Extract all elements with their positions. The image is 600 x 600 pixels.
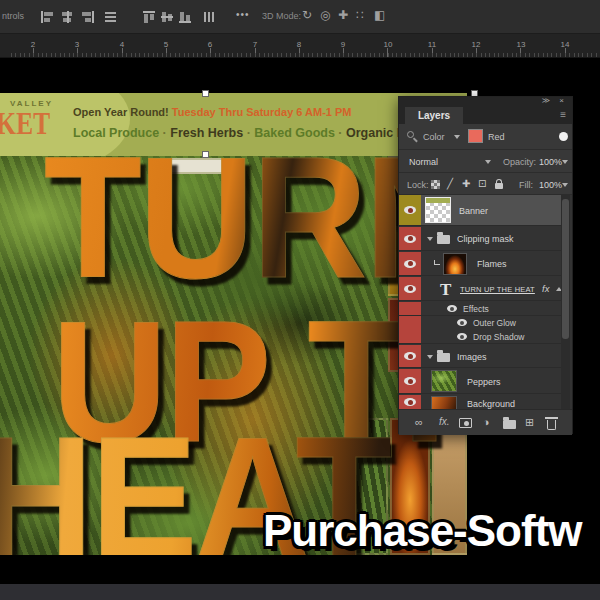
new-layer-icon[interactable]: ⊞ — [525, 416, 534, 429]
panel-menu-icon[interactable]: ≡ — [560, 109, 566, 120]
align-bottom-icon[interactable] — [179, 11, 192, 23]
layer-name[interactable]: Banner — [459, 206, 488, 216]
photoshop-window: ntrols ••• 3D Mode: ↻ ◎ ✚ ∷ ◧ 2 3 4 5 6 … — [0, 0, 600, 600]
effect-row-outer-glow[interactable]: Outer Glow — [399, 316, 562, 330]
align-horizontal-center-icon[interactable] — [61, 11, 74, 23]
layer-style-icon[interactable]: fx. — [439, 416, 450, 427]
ruler-tick: 8 — [297, 40, 301, 49]
layer-name[interactable]: Flames — [477, 259, 507, 269]
3d-roll-icon[interactable]: ◎ — [320, 8, 330, 22]
layer-row-text[interactable]: T TURN UP THE HEAT fx — [399, 277, 562, 301]
layer-name[interactable]: Peppers — [467, 377, 501, 387]
lock-artboard-icon[interactable]: ⊡ — [478, 178, 486, 189]
eye-icon[interactable] — [404, 260, 416, 268]
close-panel-icon[interactable]: × — [559, 96, 564, 105]
filter-toggle[interactable] — [559, 132, 568, 141]
chevron-down-icon[interactable] — [427, 237, 433, 241]
eye-icon[interactable] — [404, 235, 416, 243]
visibility-strip — [399, 252, 421, 275]
effect-label: Outer Glow — [473, 318, 516, 328]
ruler-tick: 12 — [472, 40, 481, 49]
fill-value[interactable]: 100% — [539, 180, 562, 190]
align-right-icon[interactable] — [81, 11, 94, 23]
effects-header-row[interactable]: Effects — [399, 302, 562, 316]
eye-icon[interactable] — [404, 377, 416, 385]
text-layer-icon: T — [440, 280, 451, 300]
layer-filter-row: Color Red — [399, 124, 572, 150]
3d-orbit-icon[interactable]: ↻ — [302, 8, 312, 22]
align-top-icon[interactable] — [143, 11, 156, 23]
opacity-value[interactable]: 100% — [539, 157, 562, 167]
layer-row-clipping-mask[interactable]: Clipping mask — [399, 227, 562, 251]
open-year-round-text: Open Year Round! — [73, 106, 169, 118]
more-align-options-icon[interactable]: ••• — [236, 9, 250, 20]
new-group-icon[interactable] — [503, 420, 516, 429]
effect-row-drop-shadow[interactable]: Drop Shadow — [399, 330, 562, 344]
document-canvas[interactable]: VALLEY KET Open Year Round! Tuesday Thru… — [0, 93, 467, 555]
fx-badge[interactable]: fx — [542, 283, 549, 294]
layer-thumbnail[interactable] — [431, 370, 457, 392]
filter-kind-dropdown[interactable]: Color — [423, 132, 445, 142]
eye-icon[interactable] — [404, 352, 416, 360]
folder-icon — [437, 353, 450, 362]
peppers-photo-collage: TURN UP THE HEAT — [0, 156, 467, 555]
panel-scrollbar[interactable] — [561, 195, 570, 409]
eye-icon[interactable] — [404, 398, 416, 406]
lock-paint-icon[interactable]: ╱ — [447, 178, 453, 189]
layer-name[interactable]: Background — [467, 399, 515, 409]
3d-camera-icon[interactable]: ◧ — [374, 8, 385, 22]
layer-name[interactable]: Images — [457, 352, 487, 362]
fill-label: Fill: — [519, 180, 533, 190]
add-mask-icon[interactable] — [459, 418, 472, 428]
collapse-panel-icon[interactable]: ≫ — [542, 96, 550, 105]
layers-list: Banner Clipping mask Flames T TURN UP TH… — [399, 195, 572, 409]
horizontal-ruler[interactable]: 2 3 4 5 6 7 8 9 10 11 12 13 14 — [0, 34, 600, 58]
adjustment-layer-icon[interactable]: ◑ — [483, 416, 490, 428]
lock-position-icon[interactable]: ✚ — [462, 178, 470, 189]
ruler-tick: 2 — [31, 40, 35, 49]
layer-thumbnail[interactable] — [425, 197, 451, 223]
chevron-down-icon[interactable] — [427, 355, 433, 359]
distribute-horizontal-icon[interactable] — [203, 11, 216, 23]
layer-name[interactable]: Clipping mask — [457, 234, 514, 244]
lock-row: Lock: ╱ ✚ ⊡ Fill: 100% — [399, 173, 572, 195]
3d-slide-icon[interactable]: ∷ — [356, 8, 364, 22]
layer-thumbnail[interactable] — [431, 396, 457, 409]
align-left-icon[interactable] — [41, 11, 54, 23]
watermark-text: Purchase-Softw — [263, 506, 582, 556]
hours-text: Tuesday Thru Saturday 6 AM-1 PM — [172, 106, 352, 118]
layer-name[interactable]: TURN UP THE HEAT — [460, 285, 535, 294]
3d-mode-label: 3D Mode: — [262, 11, 301, 21]
scrollbar-thumb[interactable] — [562, 199, 569, 339]
eye-icon[interactable] — [447, 305, 457, 312]
layer-row-banner[interactable]: Banner — [399, 195, 562, 226]
blend-mode-dropdown[interactable]: Normal — [409, 157, 438, 167]
eye-icon[interactable] — [404, 206, 416, 214]
eye-icon[interactable] — [457, 333, 467, 340]
transform-handle-top-center[interactable] — [202, 90, 209, 97]
eye-icon[interactable] — [457, 319, 467, 326]
layer-row-background[interactable]: Background — [399, 395, 562, 409]
delete-layer-icon[interactable] — [547, 420, 556, 430]
search-icon — [407, 131, 414, 138]
layer-row-images[interactable]: Images — [399, 345, 562, 368]
layer-row-peppers[interactable]: Peppers — [399, 369, 562, 394]
distribute-vertical-icon[interactable] — [104, 11, 117, 23]
eye-icon[interactable] — [404, 285, 416, 293]
red-color-swatch[interactable] — [468, 129, 483, 143]
lock-all-icon[interactable] — [495, 183, 503, 189]
layer-row-flames[interactable]: Flames — [399, 252, 562, 276]
align-vertical-center-icon[interactable] — [161, 11, 174, 23]
ruler-tick: 10 — [384, 40, 393, 49]
transform-handle-bottom-center[interactable] — [202, 151, 209, 158]
visibility-strip — [399, 277, 421, 300]
ruler-tick: 14 — [561, 40, 570, 49]
visibility-strip — [399, 195, 421, 225]
lock-transparency-icon[interactable] — [431, 180, 440, 189]
layer-thumbnail[interactable] — [443, 253, 467, 275]
link-layers-icon[interactable]: ∞ — [415, 416, 423, 428]
visibility-strip — [399, 369, 421, 393]
ruler-tick: 13 — [517, 40, 526, 49]
tab-layers[interactable]: Layers — [405, 107, 463, 124]
3d-pan-icon[interactable]: ✚ — [338, 8, 348, 22]
